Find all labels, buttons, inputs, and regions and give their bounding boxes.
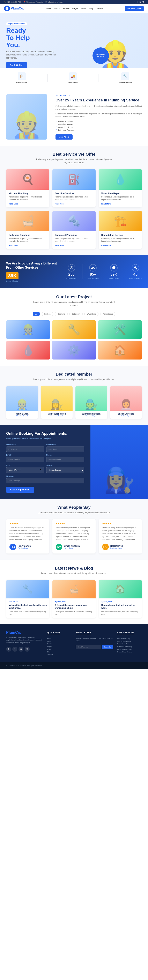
nav-home[interactable]: Home	[46, 8, 52, 10]
service-bathroom-desc: Pellentesque adipiscing commodo elit at …	[9, 237, 47, 243]
footer-link-team[interactable]: Team	[47, 648, 71, 651]
blog-date-2: April 14, 2024	[55, 601, 93, 603]
booking-lastname-label: Last name*	[46, 444, 84, 446]
project-item-1[interactable]: 👷 +	[6, 320, 50, 339]
service-remodeling-body: Remodeling Service Pellentesque adipisci…	[99, 231, 142, 249]
footer-quick-links-title: QUICK LINK	[47, 631, 60, 635]
team-member-4-info: Shelia Lawrence Kitchen Expert	[110, 410, 142, 419]
project-item-2[interactable]: 🔧 +	[52, 320, 96, 339]
booking-phone-input[interactable]	[46, 457, 84, 462]
filter-bathroom[interactable]: Bathroom	[69, 312, 83, 316]
social-twitter[interactable]: t	[137, 1, 137, 3]
booking-submit-button[interactable]: Get An Appointment	[6, 487, 34, 493]
newsletter-email-input[interactable]	[76, 645, 101, 649]
filter-all[interactable]: All	[33, 312, 40, 316]
footer-service-basement[interactable]: Basement Plumbing	[117, 648, 142, 651]
service-basement-link[interactable]: Read More	[55, 245, 93, 247]
clients-icon	[110, 264, 118, 272]
footer-link-about[interactable]: About	[47, 640, 71, 643]
service-card-basement: 🔩 Basement Plumbing Pellentesque adipisc…	[52, 211, 95, 249]
footer-facebook-icon[interactable]: f	[6, 647, 11, 652]
services-description: Pellentesque adipiscing commodo elit at …	[33, 158, 115, 164]
footer-youtube-icon[interactable]: yt	[25, 647, 30, 652]
booking-email-input[interactable]	[6, 457, 44, 462]
service-remodeling-link[interactable]: Read More	[101, 245, 139, 247]
booking-email-group: Email*	[6, 454, 44, 462]
testimonial-1-role: Plumber Expert	[18, 547, 31, 549]
booking-phone-group: Phone*	[46, 454, 84, 462]
booking-email-label: Email*	[6, 454, 44, 456]
newsletter-subscribe-button[interactable]: Subscribe	[102, 645, 113, 649]
booking-date-group: Date*	[6, 464, 44, 473]
project-item-5[interactable]: ⚙️ +	[52, 341, 96, 360]
footer-description: Lorem ipsum dolor sit amet, consectetur …	[6, 636, 43, 644]
nav-blog[interactable]: Blog	[88, 8, 93, 10]
testimonial-card-2: ★★★★★ There are many variations of passa…	[52, 519, 95, 554]
service-gas-desc: Pellentesque adipiscing commodo elit at …	[55, 196, 93, 201]
filter-remodeling[interactable]: Remodeling	[100, 312, 115, 316]
social-youtube[interactable]: yt	[142, 1, 144, 3]
filter-kitchen[interactable]: Kitchen	[42, 312, 53, 316]
footer-link-contact[interactable]: Contact	[47, 653, 71, 656]
social-facebook[interactable]: f	[135, 1, 135, 3]
service-gas-link[interactable]: Read More	[55, 203, 93, 205]
testimonial-1-avatar: HB	[9, 544, 16, 550]
team-member-2-name: Mattie Washington	[43, 413, 71, 415]
nav-contact[interactable]: Contact	[96, 8, 102, 10]
project-item-3[interactable]: 🛠️ +	[98, 320, 142, 339]
social-linkedin[interactable]: in	[139, 1, 140, 3]
footer-link-blog[interactable]: Blog	[47, 651, 71, 653]
testimonial-2-stars: ★★★★★	[56, 522, 92, 525]
team-member-4-name: Shelia Lawrence	[112, 413, 140, 415]
testimonial-3-role: Business Owner	[110, 547, 123, 549]
blog-image-3: 🏠	[99, 580, 142, 598]
about-desc1: Pellentesque adipiscing commodo elit at …	[55, 105, 142, 111]
about-more-button[interactable]: More About	[55, 134, 72, 140]
hero-section: Highly Trained Staff Ready To Help You. …	[0, 13, 148, 68]
footer-linkedin-icon[interactable]: in	[19, 647, 24, 652]
stat-team-number: 85+	[90, 272, 96, 277]
footer-service-kitchen[interactable]: Kitchen Plumbing	[117, 637, 142, 640]
hero-heading: Ready To Help You.	[6, 27, 88, 49]
service-bathroom-link[interactable]: Read More	[9, 245, 47, 247]
testimonial-2-text: There are many variations of passages of…	[56, 526, 92, 541]
testimonials-header: What People Say Lorem ipsum dolor sit am…	[6, 505, 142, 514]
get-quote-button[interactable]: Get Free Quote	[125, 6, 144, 11]
footer-twitter-icon[interactable]: t	[12, 647, 17, 652]
service-card-water: 💧 Water Line Repair Pellentesque adipisc…	[99, 169, 142, 207]
footer-link-project[interactable]: Project	[47, 645, 71, 648]
service-basement-title: Basement Plumbing	[55, 234, 93, 236]
booking-firstname-input[interactable]	[6, 447, 44, 452]
footer-link-home[interactable]: Home	[47, 637, 71, 640]
project-item-4[interactable]: 💧 +	[6, 341, 50, 360]
team-member-3-name: Winnifred Harrison	[77, 413, 105, 415]
booking-date-input[interactable]	[6, 467, 44, 473]
team-member-2-image: 👩‍🔧	[41, 386, 73, 410]
nav-pages[interactable]: Pages	[72, 8, 78, 10]
nav-shop[interactable]: Shop	[81, 8, 86, 10]
team-member-2: 👩‍🔧 Mattie Washington Bathroom Expert	[41, 386, 73, 419]
feature-solve: 🔧 Solve Problem	[119, 72, 132, 84]
filter-water[interactable]: Water Line	[84, 312, 98, 316]
team-member-1-image: 👷	[6, 386, 38, 410]
stat-flooring: 250 Flooring Project	[66, 264, 77, 279]
footer-service-gas[interactable]: Gas Line Services	[117, 640, 142, 643]
project-item-6[interactable]: 🏠 +	[98, 341, 142, 360]
filter-gas[interactable]: Gas Line	[55, 312, 68, 316]
topbar-contact: 📞 +15 346 456 789 📍 Melbourne, Australia…	[4, 1, 63, 3]
footer-link-service[interactable]: Service	[47, 643, 71, 645]
nav-service[interactable]: Service	[63, 8, 69, 10]
service-kitchen-link[interactable]: Read More	[9, 203, 47, 205]
footer-service-bathroom[interactable]: Bathroom Plumbing	[117, 645, 142, 648]
footer-service-remodeling[interactable]: Remodeling Service	[117, 651, 142, 653]
booking-form: Online Booking For Appointments. Lorem i…	[0, 425, 90, 499]
booking-message-input[interactable]	[6, 478, 84, 484]
booking-service-select[interactable]: Select Service	[46, 467, 84, 473]
footer-service-water[interactable]: Water Line Repair	[117, 643, 142, 645]
service-remodeling-desc: Pellentesque adipiscing commodo elit at …	[101, 237, 139, 243]
service-water-link[interactable]: Read More	[101, 203, 139, 205]
booking-lastname-input[interactable]	[46, 447, 84, 452]
blog-title-2: A Behind the scenes look of your working…	[55, 604, 93, 609]
hero-cta-button[interactable]: Book Online	[6, 62, 27, 68]
nav-about[interactable]: About	[54, 8, 60, 10]
